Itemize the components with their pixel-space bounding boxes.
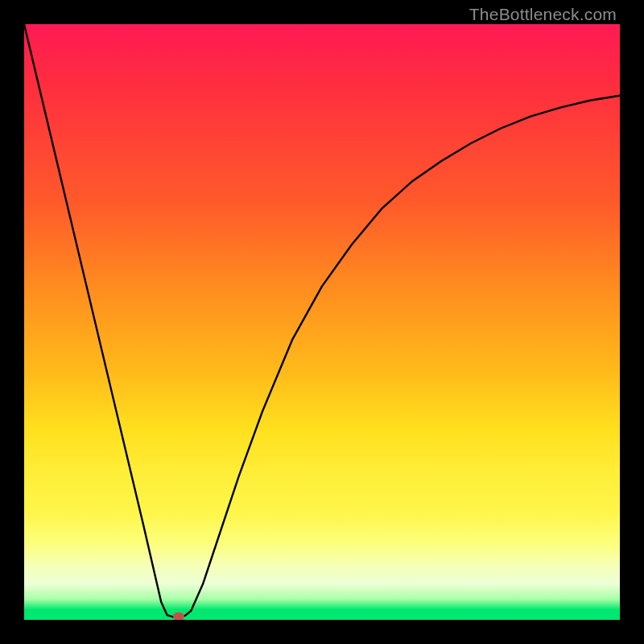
chart-frame: TheBottleneck.com (0, 0, 644, 644)
bottleneck-curve (24, 24, 620, 620)
watermark-text: TheBottleneck.com (469, 5, 617, 24)
marker-dot (173, 613, 184, 620)
plot-area (24, 24, 620, 620)
